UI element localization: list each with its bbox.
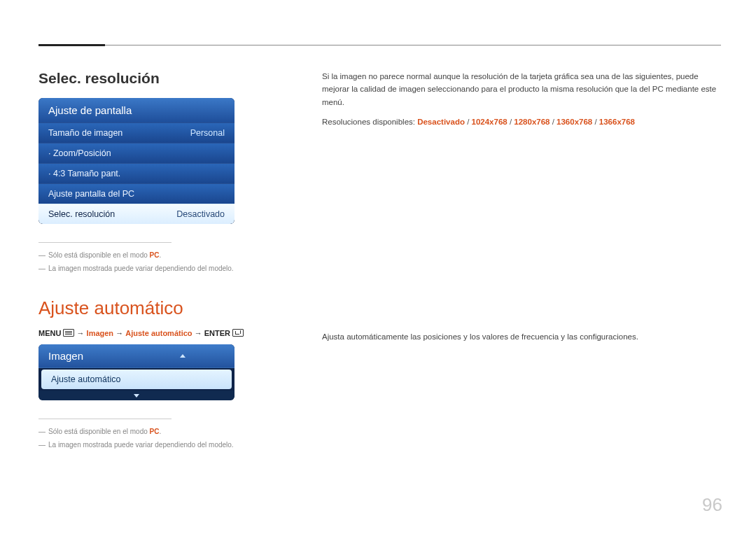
footnote-image-vary: ―La imagen mostrada puede variar dependi… bbox=[38, 263, 255, 274]
menu-row-43-tamano[interactable]: · 4:3 Tamaño pant. bbox=[38, 163, 234, 183]
row-label: Ajuste pantalla del PC bbox=[48, 189, 134, 199]
available-resolutions: Resoluciones disponibles: Desactivado / … bbox=[322, 115, 721, 128]
footnote-image-vary-2: ―La imagen mostrada puede variar dependi… bbox=[38, 440, 255, 450]
row-label: Tamaño de imagen bbox=[48, 128, 122, 138]
menu-row-tamano-de-imagen[interactable]: Tamaño de imagen Personal bbox=[38, 122, 234, 143]
row-value: Desactivado bbox=[176, 209, 225, 219]
page-number: 96 bbox=[702, 494, 722, 516]
menu-row-ajuste-automatico[interactable]: Ajuste automático bbox=[41, 370, 232, 389]
enter-icon bbox=[232, 329, 244, 337]
divider bbox=[38, 242, 172, 243]
menu-row-ajuste-pc[interactable]: Ajuste pantalla del PC bbox=[38, 183, 234, 204]
panel2-bottom bbox=[38, 391, 234, 400]
menu-row-zoom-posicion[interactable]: · Zoom/Posición bbox=[38, 143, 234, 163]
down-arrow-icon[interactable] bbox=[134, 394, 139, 398]
panel-title: Ajuste de pantalla bbox=[38, 98, 234, 122]
panel-imagen: Imagen Ajuste automático bbox=[38, 344, 234, 400]
menu-row-selec-resolucion[interactable]: Selec. resolución Desactivado bbox=[38, 204, 234, 224]
heading-select-resolution: Selec. resolución bbox=[38, 70, 255, 87]
up-arrow-icon[interactable] bbox=[180, 354, 186, 358]
divider bbox=[38, 419, 172, 419]
footnote-pc-mode: ―Sólo está disponible en el modo PC. bbox=[38, 250, 255, 260]
menu-icon bbox=[63, 329, 74, 337]
body-text-auto-adjust: Ajusta automáticamente las posiciones y … bbox=[322, 330, 721, 343]
row-label: · 4:3 Tamaño pant. bbox=[48, 169, 120, 178]
heading-ajuste-automatico: Ajuste automático bbox=[38, 297, 255, 319]
panel-ajuste-de-pantalla: Ajuste de pantalla Tamaño de imagen Pers… bbox=[38, 98, 234, 224]
row-label: Selec. resolución bbox=[48, 209, 115, 219]
panel2-title: Imagen bbox=[38, 344, 234, 368]
row-value: Personal bbox=[190, 128, 225, 138]
footnote-pc-mode-2: ―Sólo está disponible en el modo PC. bbox=[38, 426, 255, 437]
body-text-resolution: Si la imagen no parece normal aunque la … bbox=[322, 70, 721, 108]
menu-path: MENU → Imagen → Ajuste automático → ENTE… bbox=[38, 329, 255, 337]
row-label: · Zoom/Posición bbox=[48, 148, 111, 158]
